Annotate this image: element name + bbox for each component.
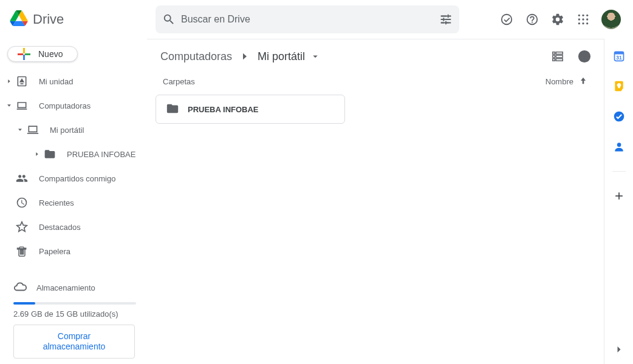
sidebar-item-trash[interactable]: Papelera	[0, 239, 141, 263]
folder-icon	[166, 102, 179, 117]
sidebar-item-label: Mi unidad	[39, 77, 141, 86]
section-header: Carpetas Nombre	[147, 73, 604, 95]
expand-arrow-icon[interactable]	[5, 78, 13, 84]
svg-rect-18	[614, 52, 623, 54]
trash-icon	[15, 244, 29, 258]
svg-text:31: 31	[616, 55, 622, 61]
chevron-right-icon	[239, 51, 250, 62]
sidebar-item-storage[interactable]: Almacenamiento	[13, 275, 136, 300]
new-button[interactable]: Nuevo	[7, 46, 78, 62]
sidebar-item-shared[interactable]: Compartidos conmigo	[0, 166, 141, 190]
main-content: Computadoras Mi portátil Carpetas Nombre	[147, 39, 604, 364]
breadcrumb-root[interactable]: Computadoras	[159, 48, 233, 66]
breadcrumb-dropdown-icon[interactable]	[310, 51, 321, 62]
hide-side-panel-icon[interactable]	[612, 342, 626, 357]
header: Drive	[0, 0, 633, 39]
calendar-icon[interactable]: 31	[613, 50, 625, 62]
sidebar-item-label: PRUEBA INFOBAE	[67, 150, 141, 159]
contacts-icon[interactable]	[613, 141, 625, 153]
header-actions	[499, 10, 628, 29]
svg-point-9	[582, 18, 584, 20]
laptop-icon	[26, 123, 40, 137]
folder-card[interactable]: PRUEBA INFOBAE	[156, 95, 345, 124]
view-details-icon[interactable]	[577, 49, 592, 64]
drive-logo-icon	[10, 10, 28, 29]
svg-point-12	[582, 22, 584, 24]
plus-icon	[16, 47, 31, 61]
sidebar-item-starred[interactable]: Destacados	[0, 215, 141, 239]
keep-icon[interactable]	[613, 80, 625, 92]
add-addon-icon[interactable]	[613, 190, 625, 202]
svg-point-7	[586, 15, 588, 16]
shared-icon	[15, 171, 29, 186]
expand-arrow-icon[interactable]	[33, 151, 41, 157]
computers-icon	[15, 98, 29, 113]
buy-storage-button[interactable]: Comprar almacenamiento	[13, 325, 135, 359]
recent-icon	[15, 195, 29, 210]
svg-point-6	[582, 15, 584, 16]
buy-storage-label-1: Comprar	[14, 331, 134, 342]
sidebar-item-recent[interactable]: Recientes	[0, 190, 141, 215]
sort-control[interactable]: Nombre	[546, 76, 588, 87]
collapse-arrow-icon[interactable]	[5, 103, 13, 109]
brand-name: Drive	[33, 12, 64, 27]
section-title: Carpetas	[163, 77, 195, 86]
search-input[interactable]	[176, 14, 439, 25]
svg-point-8	[578, 18, 580, 20]
sort-label: Nombre	[546, 77, 573, 86]
folder-icon	[43, 147, 57, 161]
settings-gear-icon[interactable]	[550, 12, 565, 27]
search-icon[interactable]	[162, 12, 176, 27]
buy-storage-label-2: almacenamiento	[14, 342, 134, 352]
storage-used-text: 2.69 GB de 15 GB utilizado(s)	[13, 309, 136, 318]
sidebar-item-label: Almacenamiento	[36, 283, 95, 292]
sidebar-item-label: Computadoras	[39, 101, 141, 110]
side-panel: 31	[604, 39, 633, 364]
brand[interactable]: Drive	[10, 10, 156, 29]
account-avatar[interactable]	[601, 10, 621, 29]
sidebar: Nuevo Mi unidad Computadoras Mi portátil	[0, 39, 147, 364]
offline-ready-icon[interactable]	[499, 12, 514, 27]
svg-point-13	[586, 22, 588, 24]
apps-grid-icon[interactable]	[576, 12, 590, 27]
folder-name: PRUEBA INFOBAE	[188, 105, 259, 114]
sidebar-item-label: Mi portátil	[50, 126, 141, 135]
tasks-icon[interactable]	[613, 110, 625, 123]
sort-arrow-up-icon	[578, 76, 588, 87]
search-bar	[156, 5, 459, 33]
sidebar-item-folder-test[interactable]: PRUEBA INFOBAE	[0, 142, 141, 166]
my-drive-icon	[15, 74, 29, 89]
collapse-arrow-icon[interactable]	[16, 127, 24, 133]
sidebar-item-label: Destacados	[39, 223, 141, 232]
sidebar-item-label: Papelera	[39, 247, 141, 256]
breadcrumb-bar: Computadoras Mi portátil	[147, 39, 604, 73]
list-view-icon[interactable]	[550, 49, 565, 64]
sidebar-item-my-drive[interactable]: Mi unidad	[0, 69, 141, 93]
cloud-icon	[13, 280, 27, 295]
sidebar-item-label: Compartidos conmigo	[39, 174, 141, 183]
sidebar-item-my-laptop[interactable]: Mi portátil	[0, 118, 141, 142]
svg-point-5	[578, 15, 580, 16]
sidebar-item-computers[interactable]: Computadoras	[0, 93, 141, 118]
svg-point-11	[578, 22, 580, 24]
sidebar-item-label: Recientes	[39, 198, 141, 207]
svg-point-10	[586, 18, 588, 20]
svg-point-16	[584, 53, 585, 55]
star-icon	[15, 220, 29, 234]
breadcrumb-current[interactable]: Mi portátil	[256, 48, 306, 66]
svg-point-21	[617, 143, 621, 147]
new-button-label: Nuevo	[38, 49, 63, 59]
help-icon[interactable]	[525, 12, 539, 27]
search-options-icon[interactable]	[439, 12, 453, 27]
storage-bar	[13, 302, 136, 305]
